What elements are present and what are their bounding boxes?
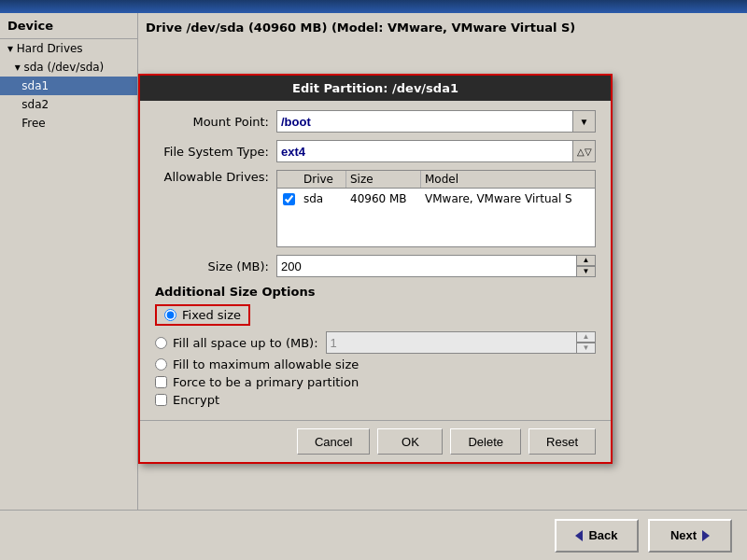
- reset-button[interactable]: Reset: [529, 428, 596, 455]
- encrypt-row: Encrypt: [155, 393, 596, 407]
- sidebar-item-sda[interactable]: ▾ sda (/dev/sda): [0, 58, 137, 77]
- size-mb-input-group: ▲ ▼: [276, 255, 596, 277]
- fixed-size-option-highlighted: Fixed size: [155, 304, 250, 326]
- fill-up-to-radio-label[interactable]: Fill all space up to (MB):: [155, 336, 318, 350]
- drive-checkbox-cell[interactable]: [277, 191, 300, 207]
- drives-table-empty: [277, 209, 595, 246]
- drives-table-header: Drive Size Model: [277, 171, 595, 189]
- fill-up-to-spinbox-buttons: ▲ ▼: [577, 331, 596, 354]
- file-system-type-input-group: △▽: [276, 140, 596, 162]
- fixed-size-label: Fixed size: [182, 308, 241, 322]
- drive-checkbox[interactable]: [283, 193, 295, 205]
- bottom-nav: Back Next: [0, 510, 747, 560]
- additional-size-options-header: Additional Size Options: [155, 285, 596, 299]
- size-decrement-btn[interactable]: ▼: [577, 266, 596, 277]
- force-primary-checkbox[interactable]: [155, 376, 167, 388]
- force-primary-row: Force to be a primary partition: [155, 375, 596, 389]
- file-system-type-input[interactable]: [276, 140, 573, 162]
- table-row: sda 40960 MB VMware, VMware Virtual S: [277, 189, 595, 209]
- file-system-type-dropdown-btn[interactable]: △▽: [573, 140, 596, 162]
- device-header: Device: [0, 13, 137, 39]
- fill-up-to-input[interactable]: [326, 331, 577, 354]
- fill-max-label: Fill to maximum allowable size: [173, 357, 359, 371]
- drives-table-body: sda 40960 MB VMware, VMware Virtual S: [277, 189, 595, 246]
- modal-body: Mount Point: ▼ File System Type: △▽ Allo…: [140, 101, 611, 420]
- drive-name-cell: sda: [300, 190, 346, 207]
- fill-max-row: Fill to maximum allowable size: [155, 357, 596, 371]
- allowable-drives-row: Allowable Drives: Drive Size Model: [155, 170, 596, 247]
- fill-space-row: Fill all space up to (MB): ▲ ▼: [155, 331, 596, 354]
- mount-point-label: Mount Point:: [155, 115, 276, 129]
- fill-up-to-input-group: ▲ ▼: [326, 331, 596, 354]
- next-label: Next: [670, 528, 697, 542]
- mount-point-input-group: ▼: [276, 110, 596, 133]
- force-primary-label: Force to be a primary partition: [173, 375, 359, 389]
- next-button[interactable]: Next: [648, 519, 732, 553]
- fill-up-to-increment-btn[interactable]: ▲: [577, 331, 596, 343]
- drive-model-cell: VMware, VMware Virtual S: [421, 190, 595, 207]
- modal-footer: Cancel OK Delete Reset: [140, 420, 611, 462]
- fill-max-radio-label[interactable]: Fill to maximum allowable size: [155, 357, 596, 371]
- size-mb-label: Size (MB):: [155, 259, 276, 273]
- fill-max-radio[interactable]: [155, 358, 167, 371]
- size-mb-row: Size (MB): ▲ ▼: [155, 255, 596, 277]
- size-increment-btn[interactable]: ▲: [577, 255, 596, 266]
- sidebar-item-sda1[interactable]: sda1: [0, 77, 137, 95]
- left-panel: Device ▾ Hard Drives ▾ sda (/dev/sda) sd…: [0, 13, 138, 523]
- fixed-size-radio-label[interactable]: Fixed size: [164, 308, 241, 322]
- next-arrow-icon: [702, 530, 710, 541]
- fill-up-to-label: Fill all space up to (MB):: [173, 336, 318, 350]
- th-model: Model: [421, 171, 595, 188]
- allowable-drives-label: Allowable Drives:: [155, 170, 276, 184]
- th-drive: Drive: [300, 171, 346, 188]
- drives-table: Drive Size Model sda 40960 MB VMware, VM…: [276, 170, 596, 247]
- delete-button[interactable]: Delete: [450, 428, 521, 455]
- size-mb-input[interactable]: [276, 255, 577, 277]
- back-arrow-icon: [575, 530, 583, 541]
- top-bar: [0, 0, 747, 13]
- back-label: Back: [588, 528, 617, 542]
- main-content: Device ▾ Hard Drives ▾ sda (/dev/sda) sd…: [0, 13, 747, 560]
- mount-point-dropdown-btn[interactable]: ▼: [573, 110, 596, 133]
- sidebar-item-hard-drives[interactable]: ▾ Hard Drives: [0, 39, 137, 58]
- edit-partition-modal: Edit Partition: /dev/sda1 Mount Point: ▼…: [138, 74, 613, 464]
- size-spinbox-buttons: ▲ ▼: [577, 255, 596, 277]
- delete-button-text: elete: [477, 435, 503, 449]
- encrypt-checkbox[interactable]: [155, 394, 167, 406]
- th-size: Size: [346, 171, 421, 188]
- encrypt-label: Encrypt: [173, 393, 219, 407]
- ok-button[interactable]: OK: [377, 428, 443, 455]
- file-system-type-label: File System Type:: [155, 145, 276, 159]
- cancel-button[interactable]: Cancel: [297, 428, 370, 455]
- fixed-size-radio[interactable]: [164, 309, 176, 321]
- mount-point-input[interactable]: [276, 110, 573, 133]
- fill-up-to-decrement-btn[interactable]: ▼: [577, 343, 596, 354]
- size-options-group: Fixed size Fill all space up to (MB): ▲ …: [155, 302, 596, 371]
- fill-up-to-radio[interactable]: [155, 337, 167, 349]
- mount-point-row: Mount Point: ▼: [155, 110, 596, 133]
- modal-title: Edit Partition: /dev/sda1: [140, 76, 611, 101]
- back-button[interactable]: Back: [555, 519, 639, 553]
- file-system-type-row: File System Type: △▽: [155, 140, 596, 162]
- drive-title: Drive /dev/sda (40960 MB) (Model: VMware…: [146, 21, 740, 35]
- sidebar-item-sda2[interactable]: sda2: [0, 95, 137, 114]
- sidebar-item-free[interactable]: Free: [0, 114, 137, 133]
- drive-size-cell: 40960 MB: [346, 190, 421, 207]
